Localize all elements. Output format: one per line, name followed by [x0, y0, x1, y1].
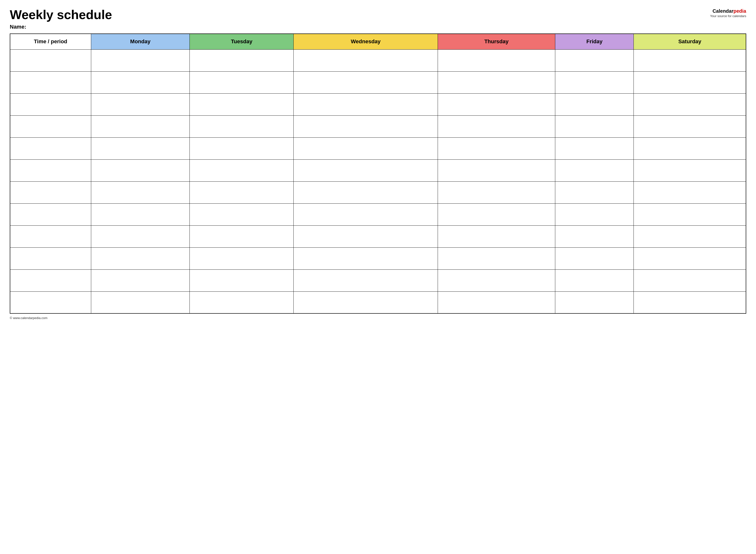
day-cell[interactable] — [555, 159, 634, 181]
day-cell[interactable] — [91, 49, 190, 71]
day-cell[interactable] — [91, 247, 190, 269]
day-cell[interactable] — [438, 137, 555, 159]
day-cell[interactable] — [555, 71, 634, 93]
day-cell[interactable] — [634, 291, 746, 314]
day-cell[interactable] — [190, 137, 294, 159]
table-row — [10, 115, 746, 137]
day-cell[interactable] — [438, 49, 555, 71]
col-header-time: Time / period — [10, 34, 91, 49]
day-cell[interactable] — [91, 71, 190, 93]
day-cell[interactable] — [190, 247, 294, 269]
day-cell[interactable] — [91, 225, 190, 247]
day-cell[interactable] — [555, 181, 634, 204]
day-cell[interactable] — [190, 225, 294, 247]
day-cell[interactable] — [555, 137, 634, 159]
brand-block: Calendarpedia Your source for calendars — [710, 8, 746, 18]
day-cell[interactable] — [438, 159, 555, 181]
day-cell[interactable] — [438, 93, 555, 115]
day-cell[interactable] — [294, 225, 438, 247]
time-cell[interactable] — [10, 204, 91, 225]
day-cell[interactable] — [555, 247, 634, 269]
time-cell[interactable] — [10, 49, 91, 71]
table-row — [10, 137, 746, 159]
day-cell[interactable] — [294, 291, 438, 314]
day-cell[interactable] — [294, 159, 438, 181]
day-cell[interactable] — [634, 181, 746, 204]
day-cell[interactable] — [634, 137, 746, 159]
brand-name-part2: pedia — [734, 8, 746, 14]
day-cell[interactable] — [555, 225, 634, 247]
day-cell[interactable] — [294, 269, 438, 291]
day-cell[interactable] — [555, 291, 634, 314]
day-cell[interactable] — [294, 71, 438, 93]
name-label: Name: — [10, 24, 746, 30]
schedule-table: Time / period Monday Tuesday Wednesday T… — [10, 34, 746, 314]
day-cell[interactable] — [438, 181, 555, 204]
table-row — [10, 225, 746, 247]
day-cell[interactable] — [634, 115, 746, 137]
day-cell[interactable] — [190, 49, 294, 71]
day-cell[interactable] — [438, 204, 555, 225]
day-cell[interactable] — [634, 247, 746, 269]
day-cell[interactable] — [91, 181, 190, 204]
day-cell[interactable] — [91, 159, 190, 181]
time-cell[interactable] — [10, 71, 91, 93]
day-cell[interactable] — [294, 247, 438, 269]
time-cell[interactable] — [10, 225, 91, 247]
time-cell[interactable] — [10, 93, 91, 115]
day-cell[interactable] — [555, 115, 634, 137]
day-cell[interactable] — [190, 71, 294, 93]
time-cell[interactable] — [10, 115, 91, 137]
day-cell[interactable] — [634, 71, 746, 93]
day-cell[interactable] — [555, 204, 634, 225]
day-cell[interactable] — [634, 204, 746, 225]
day-cell[interactable] — [190, 115, 294, 137]
day-cell[interactable] — [91, 115, 190, 137]
col-header-thursday: Thursday — [438, 34, 555, 49]
title-block: Weekly schedule — [10, 8, 112, 22]
day-cell[interactable] — [91, 93, 190, 115]
time-cell[interactable] — [10, 159, 91, 181]
table-row — [10, 93, 746, 115]
day-cell[interactable] — [438, 71, 555, 93]
time-cell[interactable] — [10, 137, 91, 159]
day-cell[interactable] — [438, 247, 555, 269]
day-cell[interactable] — [190, 93, 294, 115]
time-cell[interactable] — [10, 247, 91, 269]
day-cell[interactable] — [634, 159, 746, 181]
page-title: Weekly schedule — [10, 8, 112, 22]
time-cell[interactable] — [10, 181, 91, 204]
day-cell[interactable] — [190, 204, 294, 225]
day-cell[interactable] — [294, 204, 438, 225]
time-cell[interactable] — [10, 291, 91, 314]
day-cell[interactable] — [190, 181, 294, 204]
day-cell[interactable] — [634, 225, 746, 247]
col-header-monday: Monday — [91, 34, 190, 49]
day-cell[interactable] — [555, 49, 634, 71]
day-cell[interactable] — [438, 269, 555, 291]
day-cell[interactable] — [555, 93, 634, 115]
day-cell[interactable] — [438, 115, 555, 137]
day-cell[interactable] — [555, 269, 634, 291]
day-cell[interactable] — [438, 291, 555, 314]
day-cell[interactable] — [294, 49, 438, 71]
day-cell[interactable] — [91, 137, 190, 159]
day-cell[interactable] — [294, 93, 438, 115]
day-cell[interactable] — [294, 137, 438, 159]
time-cell[interactable] — [10, 269, 91, 291]
day-cell[interactable] — [91, 204, 190, 225]
day-cell[interactable] — [294, 181, 438, 204]
day-cell[interactable] — [438, 225, 555, 247]
day-cell[interactable] — [294, 115, 438, 137]
day-cell[interactable] — [190, 269, 294, 291]
day-cell[interactable] — [634, 93, 746, 115]
table-row — [10, 291, 746, 314]
day-cell[interactable] — [190, 159, 294, 181]
day-cell[interactable] — [91, 269, 190, 291]
day-cell[interactable] — [634, 49, 746, 71]
footer-url: © www.calendarpedia.com — [10, 316, 47, 320]
day-cell[interactable] — [91, 291, 190, 314]
day-cell[interactable] — [190, 291, 294, 314]
day-cell[interactable] — [634, 269, 746, 291]
col-header-saturday: Saturday — [634, 34, 746, 49]
